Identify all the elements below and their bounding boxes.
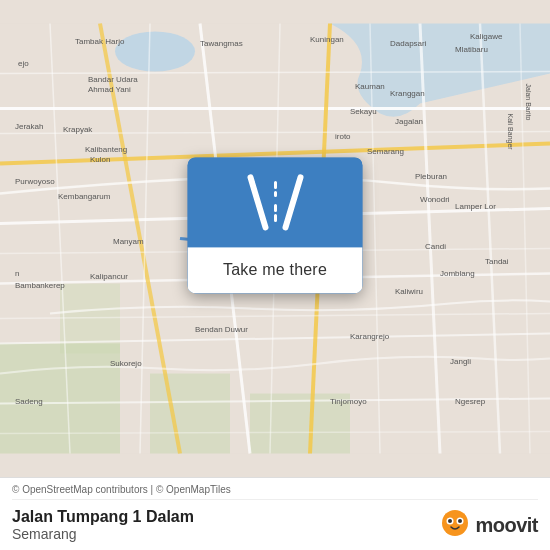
svg-text:Jagalan: Jagalan	[395, 117, 423, 126]
svg-text:Kembangarum: Kembangarum	[58, 192, 111, 201]
road-sign-icon	[235, 167, 315, 237]
svg-text:Krapyak: Krapyak	[63, 125, 93, 134]
bottom-bar: © OpenStreetMap contributors | © OpenMap…	[0, 477, 550, 550]
place-name: Jalan Tumpang 1 Dalam	[12, 508, 194, 526]
moovit-logo: moovit	[439, 509, 538, 541]
svg-text:Dadapsari: Dadapsari	[390, 39, 427, 48]
svg-text:Kalipancur: Kalipancur	[90, 272, 128, 281]
moovit-text: moovit	[475, 514, 538, 537]
road-info-card: Take me there	[188, 157, 363, 293]
svg-text:Kuningan: Kuningan	[310, 35, 344, 44]
svg-text:Jalan Barito: Jalan Barito	[525, 84, 532, 121]
svg-text:Tawangmas: Tawangmas	[200, 39, 243, 48]
svg-text:Karangrejo: Karangrejo	[350, 332, 390, 341]
place-city: Semarang	[12, 526, 194, 542]
svg-text:Kauman: Kauman	[355, 82, 385, 91]
app-container: ejo Bandar Udara Ahmad Yani Tambak Harjo…	[0, 0, 550, 550]
svg-text:iroto: iroto	[335, 132, 351, 141]
attribution-text: © OpenStreetMap contributors | © OpenMap…	[12, 484, 231, 495]
svg-point-76	[458, 519, 462, 523]
svg-text:Mlatibaru: Mlatibaru	[455, 45, 488, 54]
take-me-there-button[interactable]: Take me there	[188, 247, 363, 293]
svg-text:Lamper Lor: Lamper Lor	[455, 202, 496, 211]
svg-text:Kalibanteng: Kalibanteng	[85, 145, 127, 154]
svg-line-68	[250, 177, 265, 227]
svg-text:Sekayu: Sekayu	[350, 107, 377, 116]
svg-text:Tinjomoyo: Tinjomoyo	[330, 397, 367, 406]
svg-point-75	[448, 519, 452, 523]
road-icon-area	[188, 157, 363, 247]
svg-text:Sukorejo: Sukorejo	[110, 359, 142, 368]
svg-line-69	[285, 177, 300, 227]
svg-text:Sadeng: Sadeng	[15, 397, 43, 406]
svg-text:Jangli: Jangli	[450, 357, 471, 366]
svg-text:Candi: Candi	[425, 242, 446, 251]
svg-text:Jerakah: Jerakah	[15, 122, 43, 131]
place-info: Jalan Tumpang 1 Dalam Semarang	[12, 508, 194, 542]
svg-text:Kaligawe: Kaligawe	[470, 32, 503, 41]
svg-text:Purwoyoso: Purwoyoso	[15, 177, 55, 186]
svg-text:Kaliwiru: Kaliwiru	[395, 287, 423, 296]
svg-text:ejo: ejo	[18, 59, 29, 68]
svg-text:Semarang: Semarang	[367, 147, 404, 156]
svg-text:Manyam: Manyam	[113, 237, 144, 246]
svg-text:Tandai: Tandai	[485, 257, 509, 266]
svg-text:Tambak Harjo: Tambak Harjo	[75, 37, 125, 46]
svg-text:Bambankerep: Bambankerep	[15, 281, 65, 290]
svg-text:Kranggan: Kranggan	[390, 89, 425, 98]
svg-text:Wonodri: Wonodri	[420, 195, 450, 204]
svg-text:Jomblang: Jomblang	[440, 269, 475, 278]
svg-point-1	[115, 32, 195, 72]
svg-text:n: n	[15, 269, 19, 278]
svg-text:Ahmad Yani: Ahmad Yani	[88, 85, 131, 94]
svg-text:Kulon: Kulon	[90, 155, 110, 164]
svg-text:Bandar Udara: Bandar Udara	[88, 75, 138, 84]
svg-text:Ngesrep: Ngesrep	[455, 397, 486, 406]
svg-text:Bendan Duwur: Bendan Duwur	[195, 325, 248, 334]
place-row: Jalan Tumpang 1 Dalam Semarang	[12, 500, 538, 550]
map-area: ejo Bandar Udara Ahmad Yani Tambak Harjo…	[0, 0, 550, 477]
attribution-row: © OpenStreetMap contributors | © OpenMap…	[12, 478, 538, 500]
svg-text:Pleburan: Pleburan	[415, 172, 447, 181]
moovit-icon	[439, 509, 471, 541]
svg-rect-3	[150, 374, 230, 454]
svg-text:Kali Banger: Kali Banger	[506, 114, 514, 151]
